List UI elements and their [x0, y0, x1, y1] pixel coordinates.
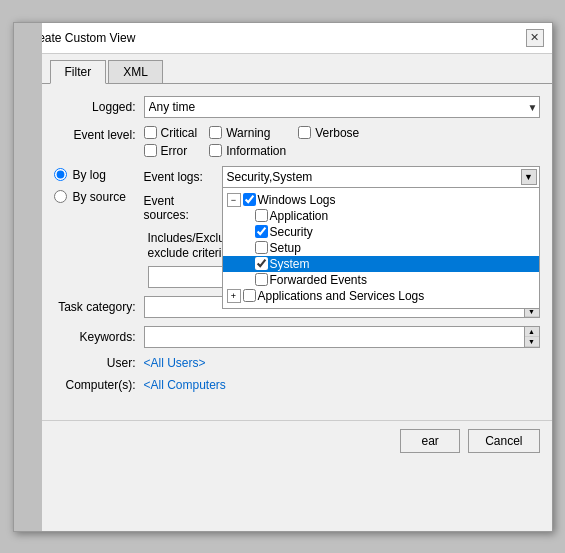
keywords-up[interactable]: ▲	[525, 327, 539, 337]
verbose-label: Verbose	[315, 126, 359, 140]
keywords-input[interactable]	[144, 326, 525, 348]
user-label: User:	[54, 356, 144, 370]
by-source-radio-item: By source	[54, 190, 144, 204]
tree-item-security[interactable]: Security	[223, 224, 539, 240]
tree-label-forwarded: Forwarded Events	[270, 273, 367, 287]
keywords-label: Keywords:	[54, 330, 144, 344]
warning-checkbox[interactable]	[209, 126, 222, 139]
expand-windows-logs[interactable]: −	[227, 193, 241, 207]
tree-item-forwarded[interactable]: Forwarded Events	[223, 272, 539, 288]
by-log-radio[interactable]	[54, 168, 67, 181]
tree-item-setup[interactable]: Setup	[223, 240, 539, 256]
cb-system[interactable]	[255, 257, 268, 270]
keywords-spin: ▲ ▼	[525, 326, 540, 348]
tree-label-application: Application	[270, 209, 329, 223]
tree-label-security: Security	[270, 225, 313, 239]
tree-item-system[interactable]: System	[223, 256, 539, 272]
logged-select-wrapper: Any time Last hour Last 12 hours Last 24…	[144, 96, 540, 118]
error-label: Error	[161, 144, 188, 158]
tree-label-windows-logs: Windows Logs	[258, 193, 336, 207]
tree-label-apps-services: Applications and Services Logs	[258, 289, 425, 303]
by-log-radio-item: By log	[54, 168, 144, 182]
keywords-input-wrapper: ▲ ▼	[144, 326, 540, 348]
cb-windows-logs[interactable]	[243, 193, 256, 206]
cb-security[interactable]	[255, 225, 268, 238]
event-level-label: Event level:	[54, 126, 144, 142]
close-button[interactable]: ✕	[526, 29, 544, 47]
error-checkbox[interactable]	[144, 144, 157, 157]
event-logs-label: Event logs:	[144, 170, 216, 184]
clear-button[interactable]: ear	[400, 429, 460, 453]
cb-forwarded[interactable]	[255, 273, 268, 286]
cb-application[interactable]	[255, 209, 268, 222]
tree-item-windows-logs[interactable]: − Windows Logs	[223, 192, 539, 208]
task-category-down[interactable]: ▼	[525, 307, 539, 317]
dialog-title: Create Custom View	[26, 31, 136, 45]
cb-setup[interactable]	[255, 241, 268, 254]
event-logs-value: Security,System	[227, 170, 313, 184]
event-logs-tree: − Windows Logs Application	[222, 188, 540, 309]
event-sources-label: Event sources:	[144, 194, 216, 222]
tree-item-application[interactable]: Application	[223, 208, 539, 224]
keywords-down[interactable]: ▼	[525, 337, 539, 347]
verbose-checkbox[interactable]	[298, 126, 311, 139]
cb-apps-services[interactable]	[243, 289, 256, 302]
event-logs-display[interactable]: Security,System ▼	[222, 166, 540, 188]
computer-link[interactable]: <All Computers	[144, 378, 226, 392]
tab-filter[interactable]: Filter	[50, 60, 107, 84]
logged-select[interactable]: Any time Last hour Last 12 hours Last 24…	[144, 96, 540, 118]
tree-label-setup: Setup	[270, 241, 301, 255]
cancel-button[interactable]: Cancel	[468, 429, 539, 453]
information-label: Information	[226, 144, 286, 158]
event-logs-dropdown-container: Security,System ▼ − Windows Logs	[222, 166, 540, 188]
information-checkbox[interactable]	[209, 144, 222, 157]
tree-label-system: System	[270, 257, 310, 271]
critical-label: Critical	[161, 126, 198, 140]
task-category-label: Task category:	[54, 300, 144, 314]
event-logs-arrow[interactable]: ▼	[521, 169, 537, 185]
warning-label: Warning	[226, 126, 270, 140]
by-source-radio[interactable]	[54, 190, 67, 203]
tree-item-apps-services[interactable]: + Applications and Services Logs	[223, 288, 539, 304]
logged-label: Logged:	[54, 100, 144, 114]
by-source-label: By source	[73, 190, 126, 204]
expand-apps-services[interactable]: +	[227, 289, 241, 303]
user-link[interactable]: <All Users>	[144, 356, 206, 370]
tab-xml[interactable]: XML	[108, 60, 163, 83]
by-log-label: By log	[73, 168, 106, 182]
computer-label: Computer(s):	[54, 378, 144, 392]
critical-checkbox[interactable]	[144, 126, 157, 139]
